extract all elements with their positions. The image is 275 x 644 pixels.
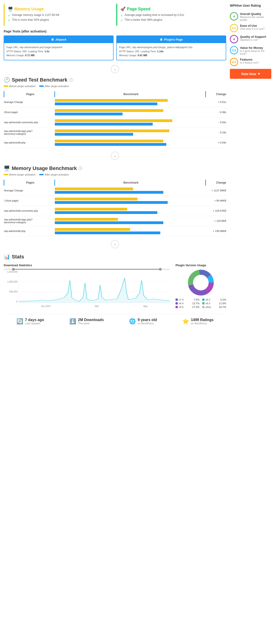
donut-legend-item: v8.4 13.7%: [176, 302, 200, 305]
change-value: + 120.8KB: [206, 216, 226, 226]
memory-info-icon[interactable]: i: [78, 166, 82, 170]
benchmark-bars: [55, 206, 206, 216]
slider-left-handle[interactable]: [12, 268, 15, 271]
version-pct: 27.3%: [192, 306, 200, 308]
version-pct: 7.5%: [194, 298, 200, 301]
rating-item: 3.5 Features Is it feature rich?: [230, 58, 271, 66]
benchmark-bars: [55, 196, 206, 206]
sidebar-ratings: 4 Overall Quality Measures the overall q…: [230, 12, 271, 66]
memory-legend-before: Before plugin activation: [4, 173, 36, 176]
expand-memory-circle[interactable]: ⌄: [111, 240, 119, 248]
donut-color-dot: [176, 302, 178, 304]
version-label: other: [206, 306, 211, 308]
page-name: Average Change: [4, 97, 55, 107]
expand-memory-benchmark[interactable]: ⌄: [4, 240, 226, 248]
download-chart-svg: [19, 271, 170, 303]
stats-grid: Download Statistics 1,500,000 1,000,000 …: [4, 264, 226, 309]
donut-color-dot: [176, 306, 178, 308]
benchmark-bars: [55, 138, 206, 148]
speed-legend-before: Before plugin activation: [4, 85, 36, 88]
page-name: /wp-admin/edit-tags.php? taxonomy=catego…: [4, 216, 55, 226]
check-icon-3: ✓: [120, 14, 123, 17]
rating-circle: 3.5: [230, 46, 238, 54]
donut-legend-item: v8.3 5.2%: [202, 298, 226, 301]
check-icon-1: ✓: [8, 14, 10, 17]
memory-benchmark-title: 🖥️ Memory Usage Benchmark i: [4, 166, 226, 171]
page-name: /wp-admin/edit-comments.php: [4, 206, 55, 216]
version-pct: 13.7%: [192, 302, 200, 305]
table-row: /wp-admin/edit.php + 130.48KB: [4, 226, 226, 236]
expand-speed-circle[interactable]: ⌄: [111, 152, 119, 160]
expand-speed-benchmark[interactable]: ⌄: [4, 152, 226, 160]
rating-text: Overall Quality Measures the overall qua…: [240, 12, 271, 21]
sidebar-title: WPHive User Rating: [230, 4, 271, 10]
footer-stat-value: 1499 Ratings: [191, 318, 214, 322]
mem-blue-dot: [39, 174, 44, 175]
plugins-header: 🖥 Plugins Page: [117, 36, 226, 43]
footer-stat-text: 7 days ago Last Updated: [25, 318, 44, 325]
speed-legend: Before plugin activation After plugin ac…: [4, 85, 226, 88]
speed-benchmark-title: 🕐 Speed Test Benchmark i: [4, 77, 226, 83]
footer-stat-item: ⭐ 1499 Ratings on WordPress: [182, 318, 214, 325]
speed-icon: 🚀: [120, 6, 126, 12]
change-value: + 84.46KB: [206, 196, 226, 206]
footer-stat-item: 🔄 7 days ago Last Updated: [16, 318, 44, 325]
svg-marker-4: [19, 278, 170, 303]
sidebar: WPHive User Rating 4 Overall Quality Mea…: [230, 4, 271, 328]
footer-stat-icon: 🌐: [129, 318, 136, 324]
donut-color-dot: [202, 302, 204, 304]
version-pct: 5.2%: [220, 298, 226, 301]
pages-col-header: Pages: [4, 91, 55, 97]
chevron-down-icon: ▾: [258, 72, 260, 76]
rate-now-button[interactable]: Rate Now ▾: [230, 69, 271, 79]
page-tests-container: 🖥 Jetpack Page URL: /wp-admin/admin.php?…: [4, 36, 226, 60]
expand-circle-icon[interactable]: ⌄: [111, 65, 119, 73]
blue-dot: [39, 86, 44, 87]
footer-stats: 🔄 7 days ago Last Updated ⬇️ 2M Download…: [4, 314, 226, 328]
memory-legend-after: After plugin activation: [39, 173, 69, 176]
donut-chart-svg: [187, 269, 215, 296]
stats-section: 📊 Stats Download Statistics 1,500,000: [4, 254, 226, 328]
speedometer-icon: 🕐: [4, 77, 10, 83]
chart-y-axis: 1,500,000 1,000,000 500,000 0: [4, 271, 18, 303]
footer-stat-label: Last Updated: [25, 322, 44, 325]
slider-right-handle[interactable]: [159, 268, 162, 271]
table-row: /wp-admin/edit-comments.php - 0.04s: [4, 117, 226, 127]
footer-stat-value: 9 years old: [138, 318, 157, 322]
page-name: / (front page): [4, 196, 55, 206]
rating-text: Features Is it feature rich?: [240, 58, 259, 64]
chart-slider[interactable]: [4, 269, 170, 270]
rating-item: 4.5 Ease of Use How easy it is to use?: [230, 24, 271, 32]
memory-benchmark-section: 🖥️ Memory Usage Benchmark i Before plugi…: [4, 166, 226, 248]
change-value: - 0.19s: [206, 127, 226, 138]
check-icon-2: ✓: [8, 18, 10, 22]
rating-title: Ease of Use: [240, 24, 265, 28]
page-icon: 🖥: [51, 38, 54, 41]
table-row: /wp-admin/edit-comments.php + 120.67KB: [4, 206, 226, 216]
version-label: v8.6: [179, 306, 184, 308]
slider-fill: [12, 269, 162, 270]
rating-circle: 4: [230, 12, 238, 20]
yellow-dot: [4, 86, 8, 87]
chart-area: [19, 271, 170, 303]
footer-stat-text: 2M Downloads This week: [78, 318, 104, 325]
expand-page-tests[interactable]: ⌄: [4, 65, 226, 73]
page-name: /(front page): [4, 107, 55, 117]
rating-title: Quality of Support: [240, 35, 266, 38]
change-value: - 0.38s: [206, 107, 226, 117]
footer-stat-value: 2M Downloads: [78, 318, 104, 322]
rating-sub: Is it good bang for the buck?: [240, 50, 271, 55]
speed-info-icon[interactable]: i: [69, 78, 73, 82]
memory-title: 🖥️ Memory Usage: [8, 6, 110, 12]
footer-stat-value: 7 days ago: [25, 318, 44, 322]
rating-sub: Is it feature rich?: [240, 61, 259, 64]
table-row: Average Change + 1137.99KB: [4, 186, 226, 196]
donut-legend-item: other 34.7%: [202, 306, 226, 308]
table-row: /wp-admin/edit-tags.php? taxonomy=catego…: [4, 127, 226, 138]
mem-benchmark-col-header: Benchmark: [55, 180, 206, 186]
jetpack-header: 🖥 Jetpack: [4, 36, 113, 43]
version-label: v8.5: [206, 302, 210, 305]
change-col-header: Change: [206, 91, 226, 97]
donut-chart-container: v7.9 7.5% v8.3 5.2% v8.4 13.7% v8.5 11.6…: [176, 269, 226, 308]
footer-stat-item: 🌐 9 years old on WordPress: [129, 318, 157, 325]
